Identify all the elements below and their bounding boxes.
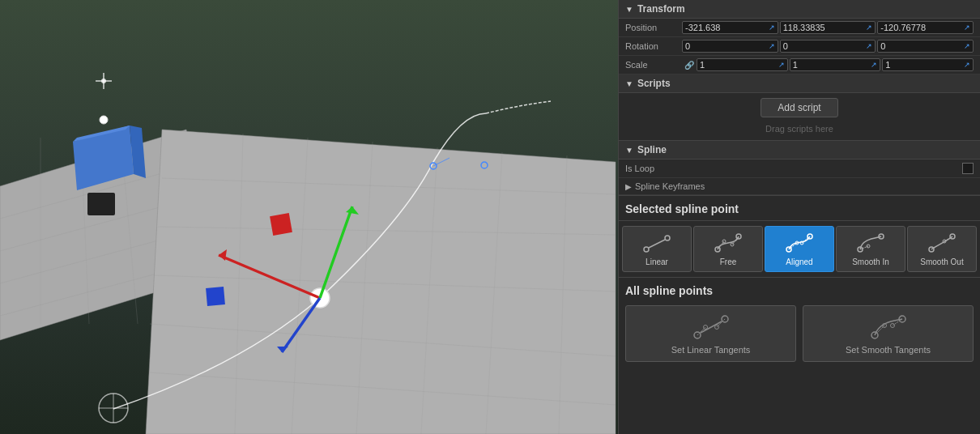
scripts-section: ▼ Scripts Add script Drag scripts here [619,74,980,141]
scale-label: Scale [625,60,682,70]
selected-spline-point-section: Selected spline point Linear [619,196,980,278]
rotation-z-value: 0 [880,41,962,51]
scale-row: Scale 🔗 1 ↗ 1 ↗ 1 ↗ [619,56,980,74]
scale-x-arrow[interactable]: ↗ [778,61,785,69]
scale-y-field[interactable]: 1 ↗ [790,58,881,71]
position-z-field[interactable]: -120.76778 ↗ [877,21,974,34]
tangent-buttons: Set Linear Tangents Set Smooth Tangents [619,302,980,368]
spline-collapse-arrow: ▼ [625,146,633,155]
rotation-y-value: 0 [783,41,865,51]
keyframes-label: Spline Keyframes [635,181,705,191]
scripts-section-header[interactable]: ▼ Scripts [619,74,980,93]
rotation-x-field[interactable]: 0 ↗ [682,40,778,53]
all-spline-header: All spline points [619,278,980,302]
svg-rect-25 [87,193,115,215]
set-linear-tangents-label: Set Linear Tangents [671,345,751,355]
drag-scripts-label: Drag scripts here [619,122,980,140]
spline-btn-linear-label: Linear [646,257,668,266]
rotation-y-field[interactable]: 0 ↗ [780,40,876,53]
inspector-panel: ▼ Transform Position -321.638 ↗ 118.3383… [618,0,980,434]
position-x-value: -321.638 [685,23,767,32]
selected-spline-header: Selected spline point [619,196,980,221]
position-y-field[interactable]: 118.33835 ↗ [780,21,876,34]
svg-point-46 [665,236,670,240]
spline-btn-linear[interactable]: Linear [622,226,692,272]
position-row: Position -321.638 ↗ 118.33835 ↗ -120.767… [619,19,980,37]
scale-x-field[interactable]: 1 ↗ [697,58,788,71]
spline-btn-smooth-out-label: Smooth Out [920,257,963,266]
position-label: Position [625,23,682,32]
position-fields: -321.638 ↗ 118.33835 ↗ -120.76778 ↗ [682,21,974,34]
scale-y-arrow[interactable]: ↗ [871,61,877,69]
svg-rect-31 [206,287,225,306]
rotation-row: Rotation 0 ↗ 0 ↗ 0 ↗ [619,37,980,56]
add-script-button[interactable]: Add script [761,98,837,117]
scale-fields: 1 ↗ 1 ↗ 1 ↗ [697,58,974,71]
transform-section-header[interactable]: ▼ Transform [619,0,980,19]
scale-x-value: 1 [700,60,777,70]
rotation-fields: 0 ↗ 0 ↗ 0 ↗ [682,40,974,53]
scripts-collapse-arrow: ▼ [625,79,633,88]
spline-btn-free-label: Free [720,257,737,266]
is-loop-checkbox[interactable] [962,163,974,174]
spline-btn-aligned[interactable]: Aligned [765,226,834,272]
svg-point-45 [644,247,649,252]
spline-btn-free[interactable]: Free [693,226,763,272]
spline-btn-smooth-in-label: Smooth In [852,257,889,266]
spline-section: ▼ Spline Is Loop ▶ Spline Keyframes [619,141,980,196]
spline-keyframes-row[interactable]: ▶ Spline Keyframes [619,178,980,195]
spline-btn-smooth-in[interactable]: Smooth In [836,226,905,272]
position-z-value: -120.76778 [880,23,962,32]
spline-btn-aligned-label: Aligned [786,257,812,266]
transform-header-label: Transform [637,3,685,15]
scale-z-field[interactable]: 1 ↗ [882,58,974,71]
position-x-arrow[interactable]: ↗ [769,23,775,32]
rotation-x-arrow[interactable]: ↗ [769,42,775,50]
spline-header-label: Spline [637,144,667,155]
scale-lock-icon[interactable]: 🔗 [684,61,694,70]
position-y-arrow[interactable]: ↗ [866,23,872,32]
rotation-label: Rotation [625,41,682,51]
spline-section-header[interactable]: ▼ Spline [619,141,980,160]
svg-rect-30 [270,213,292,236]
rotation-z-arrow[interactable]: ↗ [964,42,970,50]
is-loop-label: Is Loop [625,164,962,173]
position-z-arrow[interactable]: ↗ [964,23,970,32]
set-smooth-tangents-label: Set Smooth Tangents [846,345,931,355]
position-y-value: 118.33835 [783,23,865,32]
spline-point-buttons: Linear Free [619,221,980,278]
svg-line-47 [649,240,665,248]
transform-collapse-arrow: ▼ [625,5,633,14]
rotation-x-value: 0 [685,41,767,51]
scale-y-value: 1 [793,60,870,70]
scripts-header-label: Scripts [637,78,671,89]
all-spline-points-section: All spline points Set Linear Tangents [619,278,980,368]
set-linear-tangents-button[interactable]: Set Linear Tangents [625,305,796,362]
rotation-y-arrow[interactable]: ↗ [866,42,872,50]
viewport-3d[interactable] [0,0,618,434]
spline-btn-smooth-out[interactable]: Smooth Out [907,226,977,272]
position-x-field[interactable]: -321.638 ↗ [682,21,778,34]
scale-z-value: 1 [885,60,962,70]
keyframes-arrow-icon: ▶ [625,182,632,191]
rotation-z-field[interactable]: 0 ↗ [877,40,974,53]
scale-z-arrow[interactable]: ↗ [964,61,970,69]
set-smooth-tangents-button[interactable]: Set Smooth Tangents [803,305,974,362]
svg-point-26 [100,116,108,124]
is-loop-row: Is Loop [619,160,980,178]
